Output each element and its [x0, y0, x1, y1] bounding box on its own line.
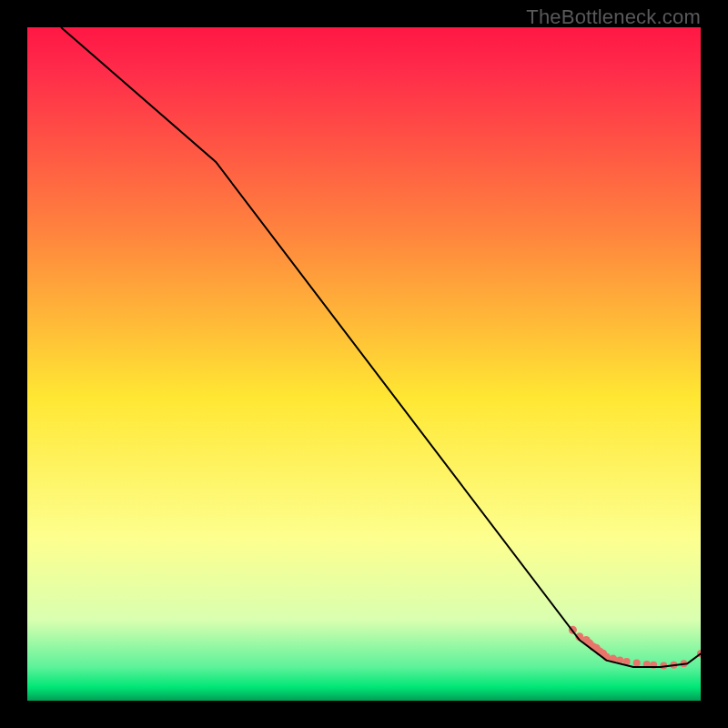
watermark-text: TheBottleneck.com [526, 5, 701, 29]
chart-frame [27, 27, 701, 701]
chart-plot [27, 27, 701, 701]
gradient-background [27, 27, 701, 701]
data-point [633, 660, 641, 667]
